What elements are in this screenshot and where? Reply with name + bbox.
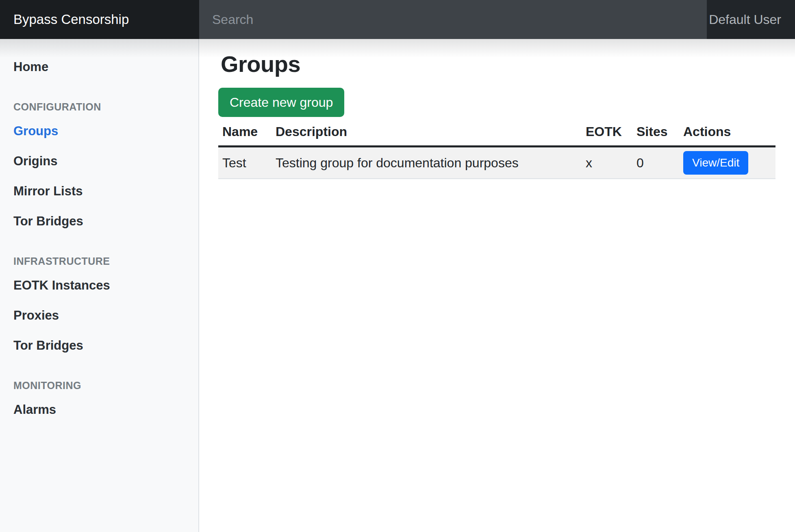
sidebar-item-origins[interactable]: Origins [0,146,198,176]
column-header-description: Description [272,119,582,147]
main-content: Groups Create new group Name Description… [199,39,795,532]
sidebar-item-tor-bridges-config[interactable]: Tor Bridges [0,206,198,236]
app-brand[interactable]: Bypass Censorship [0,0,199,39]
search-input[interactable] [199,0,707,39]
cell-group-sites: 0 [632,147,679,179]
create-group-button[interactable]: Create new group [218,88,344,117]
sidebar-item-mirror-lists[interactable]: Mirror Lists [0,176,198,206]
sidebar: Home CONFIGURATION Groups Origins Mirror… [0,39,199,532]
column-header-actions: Actions [679,119,775,147]
cell-group-actions: View/Edit [679,147,775,179]
user-menu-label: Default User [709,12,781,27]
column-header-name: Name [218,119,272,147]
table-header-row: Name Description EOTK Sites Actions [218,119,775,147]
column-header-eotk: EOTK [582,119,632,147]
sidebar-item-proxies[interactable]: Proxies [0,301,198,331]
sidebar-heading-monitoring: MONITORING [0,379,198,391]
page-title: Groups [218,50,795,78]
sidebar-item-alarms[interactable]: Alarms [0,395,198,425]
sidebar-item-eotk-instances[interactable]: EOTK Instances [0,270,198,301]
sidebar-heading-infrastructure: INFRASTRUCTURE [0,255,198,267]
groups-table: Name Description EOTK Sites Actions Test… [218,119,775,179]
sidebar-item-home[interactable]: Home [0,52,198,82]
sidebar-heading-configuration: CONFIGURATION [0,101,198,113]
app-brand-label: Bypass Censorship [13,12,129,27]
view-edit-button[interactable]: View/Edit [683,151,748,175]
cell-group-name: Test [218,147,272,179]
sidebar-item-groups[interactable]: Groups [0,116,198,146]
sidebar-item-tor-bridges-infra[interactable]: Tor Bridges [0,331,198,361]
user-menu[interactable]: Default User [707,0,795,39]
cell-group-description: Testing group for documentation purposes [272,147,582,179]
table-row: Test Testing group for documentation pur… [218,147,775,179]
top-navbar: Bypass Censorship Default User [0,0,795,39]
column-header-sites: Sites [632,119,679,147]
cell-group-eotk: x [582,147,632,179]
